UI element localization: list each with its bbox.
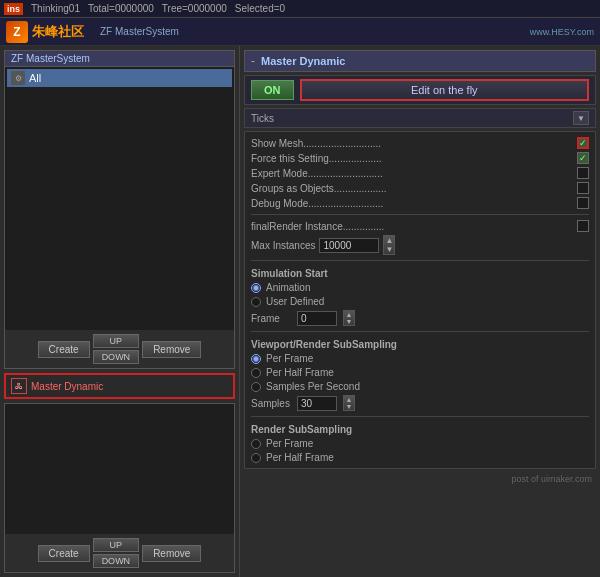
community-link-1[interactable]: ZF MasterSystem (100, 26, 179, 37)
force-setting-label: Force this Setting................... (251, 153, 577, 164)
per-frame-radio[interactable] (251, 354, 261, 364)
logo-icon: Z (6, 21, 28, 43)
create-button-top[interactable]: Create (38, 341, 90, 358)
bottom-button-row: Create UP DOWN Remove (5, 534, 234, 572)
frame-input[interactable] (297, 311, 337, 326)
animation-radio[interactable] (251, 283, 261, 293)
debug-mode-row: Debug Mode........................... (251, 196, 589, 210)
frame-spinner[interactable]: ▲▼ (343, 310, 355, 326)
edit-fly-button[interactable]: Edit on the fly (300, 79, 590, 101)
community-site: www.HESY.com (530, 27, 594, 37)
user-defined-radio-row: User Defined (251, 295, 589, 308)
per-frame-render-radio[interactable] (251, 439, 261, 449)
show-mesh-label: Show Mesh............................ (251, 138, 577, 149)
total-label: Total=0000000 (88, 3, 154, 14)
bottom-list (5, 404, 234, 534)
show-mesh-checkbox[interactable] (577, 137, 589, 149)
final-render-row: finalRender Instance............... (251, 219, 589, 233)
remove-button-bottom[interactable]: Remove (142, 545, 201, 562)
community-bar: Z 朱峰社区 ZF MasterSystem www.HESY.com (0, 18, 600, 46)
remove-button-top[interactable]: Remove (142, 341, 201, 358)
render-subsample-heading: Render SubSampling (251, 421, 589, 436)
per-half-frame-radio-label: Per Half Frame (266, 367, 334, 378)
down-button-bottom[interactable]: DOWN (93, 554, 140, 568)
max-instances-row: Max Instances ▲▼ (251, 234, 589, 256)
top-bar: ins Thinking01 Total=0000000 Tree=000000… (0, 0, 600, 18)
tree-item-all[interactable]: ⚙ All (7, 69, 232, 87)
groups-objects-row: Groups as Objects................... (251, 181, 589, 195)
on-fly-row: ON Edit on the fly (244, 75, 596, 105)
on-button[interactable]: ON (251, 80, 294, 100)
master-system-content: ⚙ All (5, 67, 234, 330)
groups-objects-label: Groups as Objects................... (251, 183, 577, 194)
per-half-frame-render-radio-row: Per Half Frame (251, 451, 589, 464)
community-logo: Z 朱峰社区 (6, 21, 84, 43)
right-panel-title: Master Dynamic (261, 55, 345, 67)
divider-1 (251, 214, 589, 215)
samples-per-second-radio-row: Samples Per Second (251, 380, 589, 393)
ticks-label: Ticks (251, 113, 274, 124)
max-instances-spinner[interactable]: ▲▼ (383, 235, 395, 255)
right-panel-header: - Master Dynamic (244, 50, 596, 72)
ticks-row: Ticks ▼ (244, 108, 596, 128)
per-frame-render-radio-label: Per Frame (266, 438, 313, 449)
groups-objects-checkbox[interactable] (577, 182, 589, 194)
create-button-bottom[interactable]: Create (38, 545, 90, 562)
divider-4 (251, 416, 589, 417)
up-button-top[interactable]: UP (93, 334, 140, 348)
samples-per-second-radio-label: Samples Per Second (266, 381, 360, 392)
max-instances-input[interactable] (319, 238, 379, 253)
user-defined-radio-label: User Defined (266, 296, 324, 307)
per-half-frame-render-radio[interactable] (251, 453, 261, 463)
force-setting-row: Force this Setting................... (251, 151, 589, 165)
expert-mode-label: Expert Mode........................... (251, 168, 577, 179)
samples-label: Samples (251, 398, 291, 409)
final-render-label: finalRender Instance............... (251, 221, 577, 232)
selected-item-name: Master Dynamic (31, 381, 103, 392)
final-render-checkbox[interactable] (577, 220, 589, 232)
selected-label: Selected=0 (235, 3, 285, 14)
samples-spinner[interactable]: ▲▼ (343, 395, 355, 411)
samples-input[interactable] (297, 396, 337, 411)
samples-per-second-radio[interactable] (251, 382, 261, 392)
user-defined-radio[interactable] (251, 297, 261, 307)
divider-3 (251, 331, 589, 332)
per-half-frame-radio[interactable] (251, 368, 261, 378)
max-instances-label: Max Instances (251, 240, 315, 251)
debug-mode-label: Debug Mode........................... (251, 198, 577, 209)
animation-radio-label: Animation (266, 282, 310, 293)
main-layout: ZF MasterSystem ⚙ All Create UP DOWN Rem… (0, 46, 600, 577)
debug-mode-checkbox[interactable] (577, 197, 589, 209)
selected-item-panel: 🖧 Master Dynamic (4, 373, 235, 399)
per-frame-radio-row: Per Frame (251, 352, 589, 365)
all-item-label: All (29, 72, 41, 84)
per-frame-render-radio-row: Per Frame (251, 437, 589, 450)
force-setting-checkbox[interactable] (577, 152, 589, 164)
right-panel: - Master Dynamic ON Edit on the fly Tick… (240, 46, 600, 577)
bottom-section: Create UP DOWN Remove (4, 403, 235, 573)
divider-2 (251, 260, 589, 261)
selected-item-icon: 🖧 (11, 378, 27, 394)
master-system-header: ZF MasterSystem (5, 51, 234, 67)
up-button-bottom[interactable]: UP (93, 538, 140, 552)
post-watermark: post of uimaker.com (244, 472, 596, 486)
master-system-title: ZF MasterSystem (11, 53, 90, 64)
top-button-row: Create UP DOWN Remove (5, 330, 234, 368)
expert-mode-checkbox[interactable] (577, 167, 589, 179)
show-mesh-row: Show Mesh............................ (251, 136, 589, 150)
simulation-start-heading: Simulation Start (251, 265, 589, 280)
ticks-dropdown[interactable]: ▼ (573, 111, 589, 125)
samples-row: Samples ▲▼ (251, 394, 589, 412)
gear-icon: ⚙ (11, 71, 25, 85)
community-name: 朱峰社区 (32, 23, 84, 41)
collapse-button[interactable]: - (251, 54, 255, 68)
per-half-frame-radio-row: Per Half Frame (251, 366, 589, 379)
frame-label: Frame (251, 313, 291, 324)
master-system-section: ZF MasterSystem ⚙ All Create UP DOWN Rem… (4, 50, 235, 369)
frame-row: Frame ▲▼ (251, 309, 589, 327)
viewport-render-heading: Viewport/Render SubSampling (251, 336, 589, 351)
tree-label: Tree=0000000 (162, 3, 227, 14)
updown-stacked-bottom: UP DOWN (93, 538, 140, 568)
per-frame-radio-label: Per Frame (266, 353, 313, 364)
down-button-top[interactable]: DOWN (93, 350, 140, 364)
